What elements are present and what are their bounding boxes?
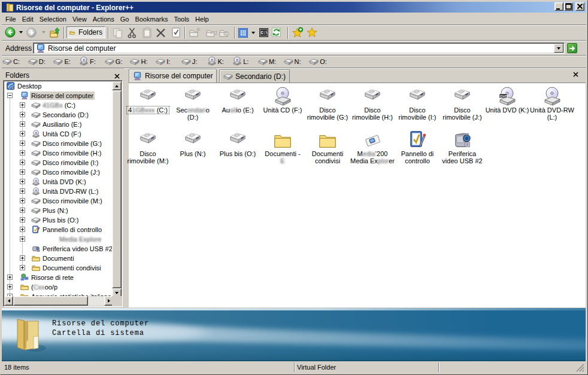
svg-text:C:\: C:\ — [261, 31, 268, 35]
